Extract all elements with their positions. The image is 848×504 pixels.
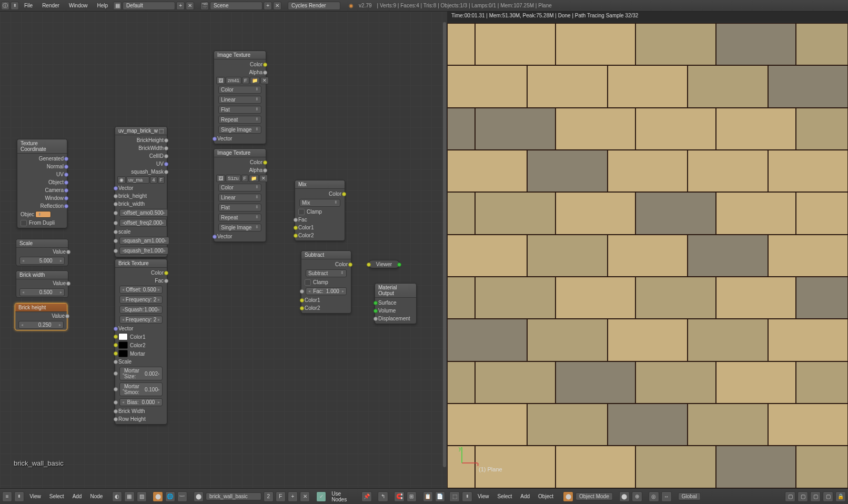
node-image-texture-2[interactable]: Image Texture Color Alpha 🖼S1zuF📁✕ Color…: [214, 148, 266, 242]
layer-button[interactable]: ▢: [823, 491, 833, 502]
socket-in[interactable]: [114, 186, 118, 190]
copy-nodes-icon[interactable]: 📋: [423, 491, 433, 502]
mortar-swatch[interactable]: [118, 350, 128, 357]
delete-layout-icon[interactable]: ✕: [186, 2, 194, 10]
open-file-icon[interactable]: 📁: [250, 77, 260, 84]
info-icon[interactable]: ⓘ: [1, 2, 9, 10]
node-header[interactable]: Image Texture: [214, 149, 266, 157]
socket-in[interactable]: [114, 249, 118, 253]
node-viewer[interactable]: Viewer: [368, 260, 400, 268]
paste-nodes-icon[interactable]: 📄: [435, 491, 445, 502]
unlink-icon[interactable]: ✕: [259, 175, 268, 182]
node-subtract[interactable]: Subtract Color Subtract Clamp Fac:1.000 …: [301, 250, 351, 314]
add-material-icon[interactable]: +: [288, 491, 298, 502]
extension-dropdown[interactable]: Repeat: [218, 116, 261, 124]
users-button[interactable]: 2: [264, 491, 274, 502]
source-dropdown[interactable]: Single Image: [218, 126, 261, 134]
render-engine-selector[interactable]: Cycles Render: [288, 2, 340, 10]
extension-dropdown[interactable]: Repeat: [218, 214, 261, 221]
node-header[interactable]: Mix: [295, 180, 345, 189]
node-brick-width-value[interactable]: Brick width Value 0.500: [16, 270, 68, 298]
tree-type-compositor-icon[interactable]: ▦: [124, 491, 134, 502]
socket-in[interactable]: [114, 335, 118, 339]
image-name-field[interactable]: zm41: [226, 77, 241, 84]
value-field[interactable]: 0.500: [19, 288, 65, 296]
node-header[interactable]: Material Output: [375, 284, 416, 298]
collapse-menu-icon[interactable]: ⬍: [14, 491, 24, 502]
editor-type-icon[interactable]: ⬍: [11, 2, 19, 10]
socket-in[interactable]: [114, 400, 118, 405]
socket-out[interactable]: [348, 263, 352, 267]
socket-out[interactable]: [342, 192, 346, 196]
value-field[interactable]: 5.000: [19, 257, 65, 265]
node-brick-texture[interactable]: Brick Texture Color Fac Offset:0.500 Fre…: [115, 259, 167, 425]
socket-in[interactable]: [114, 221, 118, 225]
manipulator-translate-icon[interactable]: ↔: [661, 491, 672, 502]
fac-field[interactable]: Fac:1.000: [306, 287, 347, 295]
layer-button[interactable]: ▢: [810, 491, 821, 502]
open-file-icon[interactable]: 📁: [249, 175, 259, 182]
use-nodes-checkbox[interactable]: ✓: [316, 491, 326, 502]
color1-swatch[interactable]: [118, 333, 128, 340]
frequency-field[interactable]: Frequency:2: [119, 296, 163, 304]
clamp-checkbox[interactable]: [298, 209, 305, 215]
shader-object-icon[interactable]: ⬤: [153, 491, 163, 502]
menu-window[interactable]: Window: [65, 2, 92, 9]
socket-out[interactable]: [66, 281, 70, 286]
socket-in[interactable]: [114, 351, 118, 356]
shader-world-icon[interactable]: 🌐: [165, 491, 175, 502]
users-button[interactable]: 4: [150, 176, 157, 184]
menu-select[interactable]: Select: [494, 492, 516, 500]
menu-render[interactable]: Render: [38, 2, 64, 9]
node-header[interactable]: Image Texture: [214, 51, 266, 59]
shader-line-icon[interactable]: 〰: [177, 491, 187, 502]
socket-in[interactable]: [213, 235, 217, 239]
node-header[interactable]: uv_map_brick_w⬚: [115, 127, 167, 135]
socket-in[interactable]: [373, 301, 378, 305]
socket-in[interactable]: [367, 263, 371, 267]
node-header[interactable]: Scale: [16, 239, 68, 248]
socket-out[interactable]: [397, 263, 401, 267]
interpolation-dropdown[interactable]: Linear: [218, 194, 261, 201]
socket-in[interactable]: [114, 371, 118, 376]
socket-out[interactable]: [164, 138, 168, 143]
editor-type-icon[interactable]: ⬚: [449, 491, 460, 502]
socket-in[interactable]: [114, 409, 118, 414]
color2-swatch[interactable]: [118, 341, 128, 349]
offset-field[interactable]: Offset:0.500: [119, 286, 163, 294]
tree-type-shader-icon[interactable]: ◐: [112, 491, 122, 502]
layer-button[interactable]: ▢: [785, 491, 795, 502]
socket-in[interactable]: [114, 327, 118, 331]
tree-type-texture-icon[interactable]: ▨: [137, 491, 147, 502]
clamp-checkbox[interactable]: [305, 279, 311, 286]
socket-in[interactable]: [294, 218, 298, 222]
socket-in[interactable]: [114, 202, 118, 206]
socket-in[interactable]: [114, 230, 118, 234]
orientation-selector[interactable]: Global: [678, 492, 701, 500]
socket-out[interactable]: [66, 250, 70, 254]
menu-add[interactable]: Add: [69, 492, 85, 500]
menu-select[interactable]: Select: [46, 492, 67, 500]
color-space-dropdown[interactable]: Color: [218, 184, 261, 191]
squash-field[interactable]: Squash:1.000: [119, 306, 163, 314]
node-scale-value[interactable]: Scale Value 5.000: [16, 239, 68, 266]
node-uv-map-group[interactable]: uv_map_brick_w⬚ BrickHeight BrickWidth C…: [115, 126, 167, 257]
snap-type-icon[interactable]: ⊞: [407, 491, 417, 502]
manipulator-toggle-icon[interactable]: ◎: [649, 491, 659, 502]
socket-in[interactable]: [373, 309, 378, 313]
mortar-size-field[interactable]: Mortar Size:0.002: [119, 367, 163, 380]
add-layout-icon[interactable]: +: [176, 2, 185, 10]
fake-user-button[interactable]: F: [242, 77, 249, 84]
screen-layout-icon[interactable]: ▦: [113, 2, 122, 10]
layout-selector[interactable]: Default: [123, 2, 175, 10]
socket-in[interactable]: [373, 317, 378, 321]
menu-object[interactable]: Object: [535, 492, 557, 500]
socket-in[interactable]: [114, 239, 118, 243]
source-dropdown[interactable]: Single Image: [218, 224, 261, 231]
squash-freq-field[interactable]: squash_fre1.000: [119, 247, 168, 255]
socket-out[interactable]: [263, 168, 267, 173]
object-picker[interactable]: [35, 211, 51, 218]
node-header[interactable]: Brick Texture: [115, 259, 167, 268]
socket-in[interactable]: [294, 234, 298, 238]
node-texture-coordinate[interactable]: Texture Coordinate Generated Normal UV O…: [17, 139, 67, 228]
